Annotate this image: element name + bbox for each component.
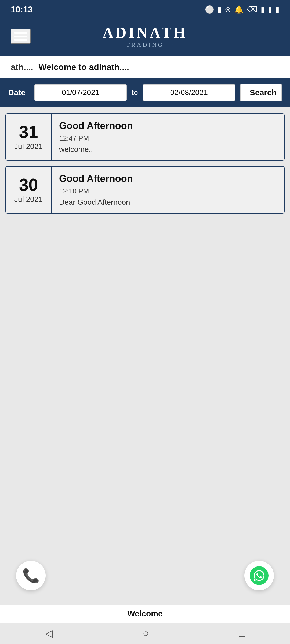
message-card[interactable]: 31 Jul 2021 Good Afternoon 12:47 PM welc… bbox=[5, 113, 285, 161]
world-icon: ⚪ bbox=[205, 5, 214, 14]
wifi-icon: ⌫ bbox=[247, 5, 258, 14]
message-preview-1: welcome.. bbox=[59, 145, 277, 154]
back-nav-button[interactable]: ◁ bbox=[37, 625, 61, 642]
date-label: Date bbox=[8, 88, 30, 97]
from-date-input[interactable] bbox=[34, 84, 127, 101]
hamburger-line-3 bbox=[14, 39, 27, 41]
message-date-num-1: 31 bbox=[19, 123, 38, 141]
message-date-month-1: Jul 2021 bbox=[14, 142, 43, 151]
message-preview-2: Dear Good Afternoon bbox=[59, 198, 277, 207]
logo-title: ADINATH bbox=[103, 24, 187, 41]
message-date-2: 30 Jul 2021 bbox=[6, 167, 52, 213]
message-time-1: 12:47 PM bbox=[59, 134, 277, 142]
message-card-2[interactable]: 30 Jul 2021 Good Afternoon 12:10 PM Dear… bbox=[5, 166, 285, 214]
battery-icon: ▮ bbox=[275, 5, 279, 14]
nav-bar: ◁ ○ □ bbox=[0, 623, 290, 644]
message-date-month-2: Jul 2021 bbox=[14, 195, 43, 204]
recent-nav-button[interactable]: □ bbox=[231, 625, 253, 642]
bottom-tab-label: Welcome bbox=[127, 609, 162, 618]
bell-mute-icon: 🔔 bbox=[234, 5, 244, 14]
signal1-icon: ▮ bbox=[261, 5, 265, 14]
home-icon: ○ bbox=[143, 628, 149, 639]
header: ADINATH ~~~ TRADING ~~~ bbox=[0, 19, 290, 56]
hamburger-line-1 bbox=[14, 32, 27, 34]
logo-container: ADINATH ~~~ TRADING ~~~ bbox=[103, 24, 187, 48]
status-time: 10:13 bbox=[11, 5, 33, 14]
mute-icon: ⊗ bbox=[225, 5, 231, 14]
message-body-2: Good Afternoon 12:10 PM Dear Good Aftern… bbox=[52, 167, 284, 213]
message-date-num-2: 30 bbox=[19, 176, 38, 193]
hamburger-line-2 bbox=[14, 36, 27, 37]
welcome-bar: ath.... Welcome to adinath.... bbox=[0, 56, 290, 78]
whatsapp-fab-button[interactable] bbox=[244, 561, 274, 590]
home-nav-button[interactable]: ○ bbox=[135, 625, 157, 642]
search-button[interactable]: Search bbox=[240, 84, 282, 101]
message-time-2: 12:10 PM bbox=[59, 187, 277, 195]
signal2-icon: ▮ bbox=[268, 5, 272, 14]
message-title-1: Good Afternoon bbox=[59, 120, 277, 131]
sim-icon: ▮ bbox=[218, 5, 222, 14]
logo-decoration: ~~~ TRADING ~~~ bbox=[115, 41, 175, 48]
date-filter-row: Date to Search bbox=[0, 78, 290, 107]
hamburger-button[interactable] bbox=[11, 29, 31, 44]
main-content: 31 Jul 2021 Good Afternoon 12:47 PM welc… bbox=[0, 107, 290, 644]
to-date-input[interactable] bbox=[143, 84, 235, 101]
date-to-label: to bbox=[132, 88, 138, 97]
back-icon: ◁ bbox=[45, 628, 53, 639]
phone-fab-button[interactable]: 📞 bbox=[16, 561, 46, 590]
phone-icon: 📞 bbox=[22, 568, 40, 584]
logo-subtitle: TRADING bbox=[126, 41, 164, 48]
status-icons: ⚪ ▮ ⊗ 🔔 ⌫ ▮ ▮ ▮ bbox=[205, 5, 279, 14]
status-bar: 10:13 ⚪ ▮ ⊗ 🔔 ⌫ ▮ ▮ ▮ bbox=[0, 0, 290, 19]
bottom-tab-bar: Welcome bbox=[0, 605, 290, 623]
message-date-1: 31 Jul 2021 bbox=[6, 114, 52, 160]
recent-icon: □ bbox=[239, 628, 245, 639]
welcome-text-center: Welcome to adinath.... bbox=[39, 62, 129, 72]
whatsapp-icon bbox=[250, 566, 269, 585]
message-title-2: Good Afternoon bbox=[59, 173, 277, 184]
message-body-1: Good Afternoon 12:47 PM welcome.. bbox=[52, 114, 284, 160]
welcome-text-left: ath.... bbox=[11, 62, 33, 72]
